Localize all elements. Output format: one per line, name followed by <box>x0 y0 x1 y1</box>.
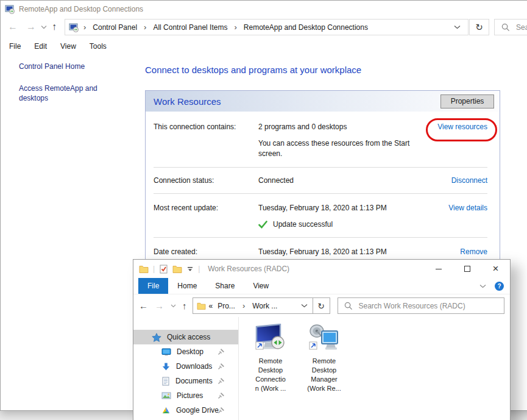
sidebar-item-downloads[interactable]: Downloads <box>133 359 238 374</box>
close-button[interactable]: × <box>481 260 510 278</box>
menu-tools[interactable]: Tools <box>87 41 109 52</box>
row-label: Date created: <box>154 247 258 256</box>
menu-edit[interactable]: Edit <box>32 41 49 52</box>
search-icon <box>344 302 353 310</box>
back-icon[interactable]: ← <box>8 20 18 34</box>
file-remote-desktop-manager[interactable]: Remote Desktop Manager (Work Re... <box>297 324 351 393</box>
view-details-link[interactable]: View details <box>448 204 487 212</box>
sidebar-item-desktop[interactable]: Desktop <box>133 344 238 359</box>
title-bar: RemoteApp and Desktop Connections <box>1 1 527 18</box>
file-label-line: Desktop <box>255 366 286 375</box>
maximize-icon <box>464 266 470 272</box>
connection-title: Work Resources <box>154 96 221 107</box>
sidebar-item-google-drive[interactable]: Google Drive <box>133 403 238 418</box>
pin-icon[interactable] <box>218 377 225 385</box>
pin-icon[interactable] <box>218 407 225 414</box>
tab-view[interactable]: View <box>244 278 278 294</box>
tab-home[interactable]: Home <box>168 278 206 294</box>
qat-properties-icon[interactable] <box>159 265 168 274</box>
maximize-button[interactable] <box>453 260 481 278</box>
breadcrumb-separator: › <box>240 301 247 310</box>
sidebar-item-label: Desktop <box>177 347 203 356</box>
explorer-window-title: Work Resources (RADC) <box>208 265 289 273</box>
breadcrumb-all-items[interactable]: All Control Panel Items <box>151 23 229 32</box>
breadcrumb-overflow[interactable]: « <box>209 302 213 310</box>
breadcrumb-location-icon <box>69 23 79 32</box>
tab-file[interactable]: File <box>138 278 168 294</box>
ribbon-tabs: File Home Share View ? <box>133 278 510 294</box>
properties-button[interactable]: Properties <box>440 94 494 109</box>
minimize-icon <box>436 269 442 269</box>
breadcrumb-programs[interactable]: Pro... <box>216 302 237 310</box>
row-label: Connection status: <box>154 176 258 185</box>
tab-share[interactable]: Share <box>206 278 244 294</box>
refresh-icon: ↻ <box>317 301 325 311</box>
refresh-button[interactable]: ↻ <box>469 19 489 35</box>
window-title: RemoteApp and Desktop Connections <box>19 5 143 13</box>
qat-new-folder-icon[interactable] <box>172 265 182 273</box>
recent-pages-chevron-icon[interactable] <box>41 25 47 29</box>
pin-icon[interactable] <box>218 348 225 355</box>
file-label-line: Remote <box>255 357 286 366</box>
downloads-icon <box>161 362 171 371</box>
ribbon-right-controls: ? <box>479 278 510 294</box>
row-label: Most recent update: <box>154 204 258 212</box>
qat-customize-chevron-icon[interactable] <box>186 266 194 272</box>
sidebar-item-pictures[interactable]: Pictures <box>133 388 238 403</box>
remove-link[interactable]: Remove <box>460 247 487 256</box>
file-remote-desktop-connection[interactable]: Remote Desktop Connectio n (Work ... <box>244 324 297 393</box>
breadcrumb-work-resources[interactable]: Work ... <box>250 302 279 310</box>
breadcrumb-separator: › <box>141 23 149 32</box>
breadcrumb-remoteapp[interactable]: RemoteApp and Desktop Connections <box>242 23 370 32</box>
work-resources-panel: Work Resources Properties This connectio… <box>145 90 500 268</box>
explorer-search-input[interactable]: Search Work Resources (RADC) <box>338 297 505 314</box>
connection-contains-row: This connection contains: 2 programs and… <box>146 112 500 167</box>
sidebar-item-documents[interactable]: Documents <box>133 374 238 388</box>
minimize-button[interactable] <box>424 260 453 278</box>
view-resources-link[interactable]: View resources <box>437 123 487 131</box>
disconnect-link[interactable]: Disconnect <box>451 176 487 185</box>
forward-icon[interactable]: → <box>26 20 36 34</box>
address-dropdown-chevron-icon[interactable] <box>454 25 464 29</box>
up-icon[interactable]: ↑ <box>52 20 57 34</box>
up-icon[interactable]: ↑ <box>182 301 187 311</box>
recent-locations-chevron-icon[interactable] <box>171 304 176 308</box>
row-value: Tuesday, February 18, 2020 at 1:13 PM <box>258 247 453 256</box>
remote-desktop-manager-icon <box>306 324 342 355</box>
pin-icon[interactable] <box>218 363 225 370</box>
quick-access-star-icon <box>152 333 161 342</box>
documents-icon <box>161 377 170 386</box>
row-label: This connection contains: <box>154 123 258 131</box>
explorer-content: Quick access Desktop Downloads <box>133 317 510 420</box>
sidebar-item-quick-access[interactable]: Quick access <box>133 330 238 344</box>
explorer-window: | | Work Resources (RADC) × File Home Sh… <box>133 259 511 420</box>
breadcrumb-separator: › <box>232 23 239 32</box>
file-label-line: Desktop <box>307 366 341 375</box>
explorer-address-row: ← → ↑ « Pro... › Work ... ↻ Search Work … <box>133 294 510 317</box>
refresh-button[interactable]: ↻ <box>313 297 330 314</box>
row-value: 2 programs and 0 desktops <box>258 123 347 131</box>
file-label-line: Manager <box>307 375 341 384</box>
control-panel-sidebar: Control Panel Home Access RemoteApp and … <box>19 62 126 103</box>
menu-view[interactable]: View <box>58 41 79 52</box>
explorer-address-bar[interactable]: « Pro... › Work ... <box>193 297 313 314</box>
google-drive-icon <box>161 406 171 415</box>
sidebar-item-control-panel-home[interactable]: Control Panel Home <box>19 62 126 71</box>
menu-file[interactable]: File <box>7 41 23 52</box>
back-icon[interactable]: ← <box>139 301 148 311</box>
qat-separator: | <box>153 265 155 273</box>
search-input[interactable]: Sea <box>494 19 527 35</box>
folder-location-icon <box>197 302 206 310</box>
search-icon <box>501 23 510 32</box>
address-dropdown-chevron-icon[interactable] <box>301 304 309 308</box>
expand-ribbon-chevron-icon[interactable] <box>479 284 486 288</box>
help-icon[interactable]: ? <box>495 282 504 291</box>
row-value-group: Tuesday, February 18, 2020 at 1:13 PM Up… <box>258 204 441 229</box>
address-bar[interactable]: › Control Panel › All Control Panel Item… <box>65 19 469 35</box>
breadcrumb-control-panel[interactable]: Control Panel <box>91 23 139 32</box>
update-status-text: Update successful <box>273 220 333 229</box>
sidebar-item-access-remoteapp[interactable]: Access RemoteApp and desktops <box>19 84 126 103</box>
window-controls: × <box>424 260 510 278</box>
forward-icon[interactable]: → <box>155 301 164 311</box>
pin-icon[interactable] <box>218 392 225 399</box>
